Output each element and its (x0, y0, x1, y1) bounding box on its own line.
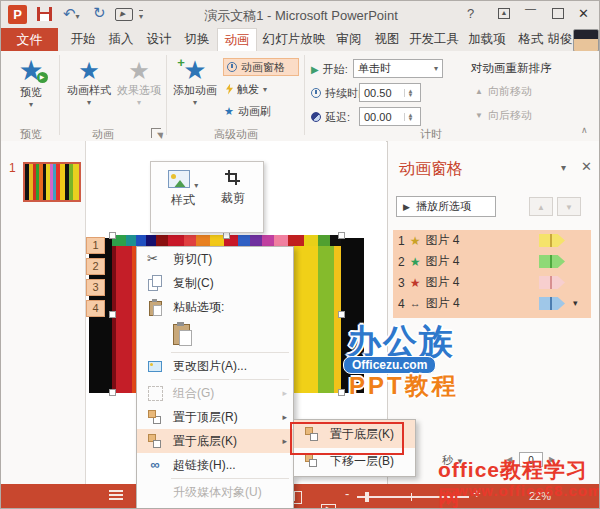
item-dropdown-icon[interactable]: ▾ (573, 298, 578, 308)
menu-item-send-to-back[interactable]: 置于底层(K) ▸ (137, 429, 293, 453)
add-animation-button[interactable]: ★ + 添加动画 ▾ (171, 57, 219, 107)
item-number: 1 (398, 234, 405, 248)
animation-styles-button[interactable]: ★ 动画样式 ▾ (63, 59, 115, 107)
animation-pane-title: 动画窗格 (399, 159, 463, 180)
selection-handle[interactable] (109, 311, 116, 318)
trigger-dropdown-icon: ▾ (263, 85, 267, 94)
tab-format[interactable]: 格式 (513, 28, 549, 51)
move-later-icon: ▼ (475, 111, 483, 120)
timeline-bar[interactable] (539, 297, 565, 310)
delay-spin-icons[interactable]: ▲▼ (404, 113, 416, 121)
change-picture-icon (147, 358, 163, 374)
menu-item-copy[interactable]: 复制(C) (137, 271, 293, 295)
submenu-arrow-icon: ▸ (282, 388, 287, 398)
animation-styles-star-icon: ★ (78, 57, 100, 84)
copy-icon (147, 275, 163, 291)
item-name: 图片 4 (425, 253, 459, 270)
selection-handle[interactable] (223, 232, 230, 239)
menu-item-save-as-picture[interactable]: 另存为图片(S)... (137, 504, 293, 509)
user-avatar[interactable] (573, 29, 599, 52)
play-selected-button[interactable]: ▶ 播放所选项 (396, 196, 496, 217)
move-earlier-button: ▲ 向前移动 (475, 84, 532, 99)
timeline-bar[interactable] (539, 255, 565, 268)
paste-picture-option-icon[interactable] (173, 323, 193, 347)
help-icon[interactable]: ? (467, 6, 474, 21)
animation-item-4[interactable]: 4 ↔ 图片 4 ▾ (393, 293, 591, 314)
selection-handle[interactable] (109, 389, 116, 396)
animation-item-3[interactable]: 3 ★ 图片 4 (393, 272, 591, 293)
preview-button[interactable]: ★ ▶ 预览 ▾ (9, 57, 53, 109)
zoom-out-icon[interactable]: - (345, 486, 349, 501)
tab-home[interactable]: 开始 (65, 28, 101, 51)
crop-button[interactable]: 裁剪 (213, 170, 253, 207)
duration-spin-icons[interactable]: ▲▼ (404, 89, 416, 97)
animation-tag[interactable]: 2 (86, 258, 105, 275)
style-dropdown-icon: ▾ (194, 181, 198, 190)
crop-icon (225, 170, 241, 186)
selection-handle[interactable] (338, 311, 345, 318)
collapse-ribbon-icon[interactable]: ∧ (581, 125, 588, 135)
close-icon[interactable]: ✕ (578, 6, 589, 21)
tab-slideshow[interactable]: 幻灯片放映 (259, 28, 329, 51)
slideshow-view-icon[interactable]: ▶ (321, 504, 336, 509)
play-icon: ▶ (403, 202, 410, 212)
effect-options-star-icon: ★ (128, 57, 150, 84)
paste-icon (147, 299, 163, 315)
picture-style-button[interactable]: ▾ 样式 (163, 170, 203, 209)
powerpoint-window: P ↶▾ ↻ ▶ ▾ 演示文稿1 - Microsoft PowerPoint … (0, 0, 600, 509)
animation-dialog-launcher-icon[interactable]: ◥ (151, 128, 161, 138)
ribbon-display-options-icon[interactable]: ▲ (498, 8, 510, 19)
animation-pane-button-label: 动画窗格 (241, 60, 285, 75)
reorder-down-button: ▼ (557, 197, 581, 216)
animation-item-1[interactable]: 1 ★ 图片 4 (393, 230, 591, 251)
pane-menu-dropdown-icon[interactable]: ▾ (561, 162, 566, 173)
tab-transitions[interactable]: 切换 (179, 28, 215, 51)
preview-label: 预览 (9, 85, 53, 100)
item-name: 图片 4 (425, 232, 459, 249)
delay-spinner[interactable]: 00.00 ▲▼ (359, 107, 421, 126)
animation-tag[interactable]: 4 (86, 300, 105, 317)
tab-view[interactable]: 视图 (369, 28, 405, 51)
animation-tag[interactable]: 1 (86, 237, 105, 254)
selection-handle[interactable] (338, 232, 345, 239)
duration-spinner[interactable]: 00.50 ▲▼ (359, 83, 421, 102)
minimize-icon[interactable]: — (525, 2, 536, 14)
menu-item-bring-to-front[interactable]: 置于顶层(R) ▸ (137, 405, 293, 429)
animation-painter-button[interactable]: ★ 动画刷 (224, 102, 271, 120)
group-label-timing: 计时 (391, 127, 471, 142)
mini-toolbar: ▾ 样式 裁剪 (150, 161, 264, 233)
menu-item-hyperlink[interactable]: ∞ 超链接(H)... (137, 453, 293, 477)
slide-thumbnail[interactable] (23, 162, 81, 202)
menu-item-cut[interactable]: ✂ 剪切(T) (137, 247, 293, 271)
menu-item-change-picture[interactable]: 更改图片(A)... (137, 354, 293, 378)
item-number: 4 (398, 297, 405, 311)
group-label-animation: 动画 (63, 127, 143, 142)
selection-handle[interactable] (109, 232, 116, 239)
tab-animations[interactable]: 动画 (217, 28, 257, 51)
selection-handle[interactable] (338, 389, 345, 396)
send-backward-icon (304, 453, 320, 469)
trigger-lightning-icon (226, 84, 233, 95)
user-name[interactable]: 胡俊 (547, 28, 573, 51)
tab-design[interactable]: 设计 (141, 28, 177, 51)
tab-developer[interactable]: 开发工具 (407, 28, 461, 51)
tab-review[interactable]: 审阅 (331, 28, 367, 51)
add-plus-icon: + (177, 55, 185, 70)
hyperlink-icon: ∞ (147, 457, 163, 473)
tab-insert[interactable]: 插入 (103, 28, 139, 51)
start-dropdown[interactable]: 单击时 ▾ (353, 59, 443, 78)
notes-icon[interactable] (109, 490, 123, 500)
maximize-icon[interactable] (552, 8, 564, 19)
animation-item-2[interactable]: 2 ★ 图片 4 (393, 251, 591, 272)
tab-addins[interactable]: 加载项 (463, 28, 511, 51)
timeline-bar[interactable] (539, 276, 565, 289)
trigger-button[interactable]: 触发 ▾ (226, 80, 267, 98)
tab-file[interactable]: 文件 (1, 28, 58, 51)
animation-tag[interactable]: 3 (86, 279, 105, 296)
zoom-slider-thumb[interactable] (365, 492, 369, 502)
move-later-button: ▼ 向后移动 (475, 108, 532, 123)
pane-close-icon[interactable]: ✕ (581, 159, 592, 174)
motion-path-icon: ↔ (410, 298, 421, 309)
timeline-bar[interactable] (539, 234, 565, 247)
animation-pane-button[interactable]: 动画窗格 (223, 58, 299, 76)
